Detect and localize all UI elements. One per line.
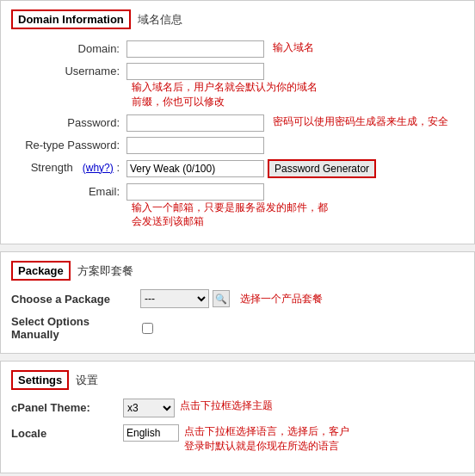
password-generator-button[interactable]: Password Generator [268, 159, 376, 178]
email-value-cell: 输入一个邮箱，只要是服务器发的邮件，都会发送到该邮箱 [123, 181, 464, 232]
select-options-row: Select Options Manually [11, 315, 464, 341]
choose-package-row: Choose a Package --- 🔍 选择一个产品套餐 [11, 289, 464, 308]
domain-section-title-cn: 域名信息 [138, 12, 182, 28]
why-link[interactable]: (why?) [83, 162, 114, 174]
package-section-title: Package [11, 261, 71, 281]
theme-annotation: 点击下拉框选择主题 [180, 399, 273, 413]
retype-password-label: Re-type Password: [11, 134, 123, 157]
retype-password-input[interactable] [126, 137, 264, 154]
strength-input [126, 160, 264, 177]
username-input[interactable] [126, 63, 264, 80]
strength-label-cell: Strength (why?) : [11, 157, 123, 181]
package-select[interactable]: --- [140, 289, 209, 308]
settings-section-title-cn: 设置 [76, 373, 98, 388]
retype-password-row: Re-type Password: [11, 134, 464, 157]
email-row: Email: 输入一个邮箱，只要是服务器发的邮件，都会发送到该邮箱 [11, 181, 464, 232]
username-value-cell: 输入域名后，用户名就会默认为你的域名前缀，你也可以修改 [123, 60, 464, 112]
email-input[interactable] [126, 183, 264, 201]
settings-section-header: Settings 设置 [11, 370, 464, 390]
password-annotation: 密码可以使用密码生成器来生成，安全 [273, 114, 448, 129]
retype-password-value-cell [123, 134, 464, 157]
locale-row: Locale 点击下拉框选择语言，选择后，客户登录时默认就是你现在所选的语言 [11, 424, 464, 454]
choose-package-controls: --- 🔍 选择一个产品套餐 [140, 289, 323, 308]
select-options-label: Select Options Manually [11, 315, 140, 341]
package-section-header: Package 方案即套餐 [11, 261, 464, 281]
strength-colon: : [116, 161, 120, 174]
domain-section-title: Domain Information [11, 9, 131, 29]
domain-section: Domain Information 域名信息 Domain: 输入域名 Use… [0, 0, 475, 244]
domain-section-header: Domain Information 域名信息 [11, 9, 464, 29]
password-input[interactable] [126, 114, 264, 132]
domain-row: Domain: 输入域名 [11, 38, 464, 60]
choose-package-label: Choose a Package [11, 293, 140, 306]
domain-form-table: Domain: 输入域名 Username: 输入域名后，用户名就会默认为你的域… [11, 38, 464, 232]
strength-value-cell: Password Generator [123, 157, 464, 181]
email-label: Email: [11, 181, 123, 232]
theme-value: x3 点击下拉框选择主题 [123, 399, 273, 417]
username-annotation: 输入域名后，用户名就会默认为你的域名前缀，你也可以修改 [132, 80, 321, 109]
username-row: Username: 输入域名后，用户名就会默认为你的域名前缀，你也可以修改 [11, 60, 464, 112]
theme-label: cPanel Theme: [11, 399, 123, 414]
domain-label: Domain: [11, 38, 123, 60]
settings-section: Settings 设置 cPanel Theme: x3 点击下拉框选择主题 L… [0, 361, 475, 473]
locale-annotation: 点击下拉框选择语言，选择后，客户登录时默认就是你现在所选的语言 [184, 424, 356, 454]
domain-input[interactable] [126, 40, 264, 58]
strength-controls: Password Generator [126, 159, 460, 178]
package-annotation: 选择一个产品套餐 [240, 292, 323, 306]
locale-label: Locale [11, 424, 123, 440]
package-search-icon[interactable]: 🔍 [213, 290, 230, 307]
password-label: Password: [11, 112, 123, 134]
username-label: Username: [11, 60, 123, 112]
password-row: Password: 密码可以使用密码生成器来生成，安全 [11, 112, 464, 134]
domain-value-cell: 输入域名 [123, 38, 464, 60]
password-value-cell: 密码可以使用密码生成器来生成，安全 [123, 112, 464, 134]
email-annotation: 输入一个邮箱，只要是服务器发的邮件，都会发送到该邮箱 [132, 201, 330, 230]
strength-row: Strength (why?) : Password Generator [11, 157, 464, 181]
locale-value: 点击下拉框选择语言，选择后，客户登录时默认就是你现在所选的语言 [123, 424, 356, 454]
domain-annotation: 输入域名 [273, 40, 314, 55]
strength-label: Strength [31, 161, 73, 174]
theme-row: cPanel Theme: x3 点击下拉框选择主题 [11, 399, 464, 417]
package-section-title-cn: 方案即套餐 [77, 263, 133, 279]
theme-select[interactable]: x3 [123, 399, 175, 417]
locale-input[interactable] [123, 424, 179, 442]
settings-section-title: Settings [11, 370, 69, 390]
package-section: Package 方案即套餐 Choose a Package --- 🔍 选择一… [0, 251, 475, 354]
select-options-checkbox[interactable] [142, 323, 153, 334]
